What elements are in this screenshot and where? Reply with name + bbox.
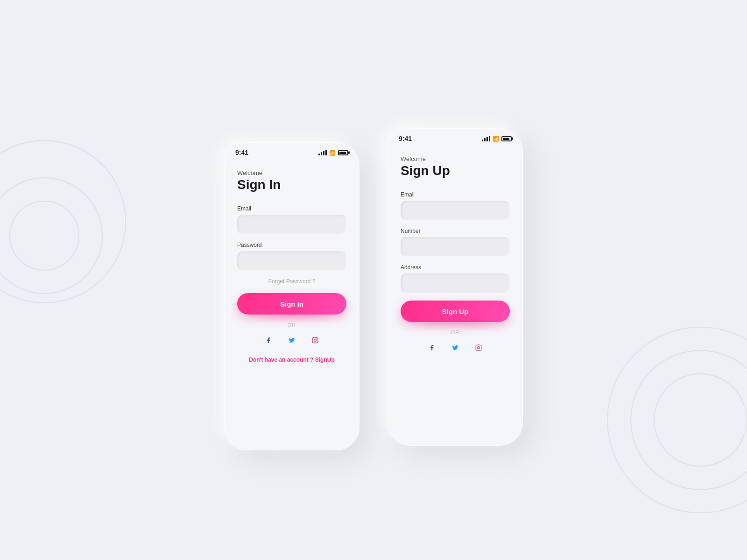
signin-twitter-icon[interactable] — [285, 333, 299, 347]
signup-social-icons — [401, 341, 510, 355]
signin-email-group: Email — [237, 205, 346, 234]
svg-point-5 — [480, 346, 480, 346]
signup-or: OR — [401, 329, 510, 335]
signup-number-input[interactable] — [401, 237, 510, 257]
signup-status-icons: 📶 — [482, 136, 512, 142]
svg-point-2 — [317, 338, 317, 339]
signup-email-input[interactable] — [401, 201, 510, 220]
signup-welcome: Welcome — [401, 155, 510, 162]
signup-title: Sign Up — [401, 163, 510, 178]
signin-battery-icon — [338, 150, 348, 155]
signup-phone: 9:41 📶 Welcome Sign Up Email — [388, 128, 523, 446]
signup-email-group: Email — [401, 191, 510, 220]
signin-phone: 9:41 📶 Welcome Sign In Email — [224, 142, 359, 450]
signin-button-glow — [254, 309, 330, 318]
signup-instagram-icon[interactable] — [472, 341, 486, 355]
signin-content: Welcome Sign In Email Password Forget Pa… — [224, 160, 359, 376]
signup-facebook-icon[interactable] — [425, 341, 439, 355]
signin-wifi-icon: 📶 — [329, 150, 336, 156]
signin-social-icons — [237, 333, 346, 347]
signin-or: OR — [237, 322, 346, 328]
signin-instagram-icon[interactable] — [308, 333, 322, 347]
signin-forget-password[interactable]: Forget Password ? — [237, 278, 346, 285]
svg-rect-3 — [476, 345, 481, 350]
signin-title: Sign In — [237, 177, 346, 192]
signup-twitter-icon[interactable] — [448, 341, 462, 355]
signup-wifi-icon: 📶 — [493, 136, 499, 142]
signin-status-icons: 📶 — [318, 150, 348, 156]
signin-password-input[interactable] — [237, 251, 346, 271]
signup-number-group: Number — [401, 228, 510, 257]
signin-time: 9:41 — [235, 149, 248, 156]
signin-signal-icon — [318, 150, 327, 155]
signin-welcome: Welcome — [237, 169, 346, 176]
signup-time: 9:41 — [399, 135, 412, 142]
signup-number-label: Number — [401, 228, 510, 234]
signin-facebook-icon[interactable] — [261, 333, 275, 347]
signup-address-input[interactable] — [401, 273, 510, 293]
signup-button-glow — [417, 316, 493, 326]
svg-point-1 — [314, 339, 317, 342]
signup-email-label: Email — [401, 191, 510, 198]
signup-signal-icon — [482, 136, 490, 141]
signin-signup-link[interactable]: SignUp — [315, 357, 335, 363]
signin-email-label: Email — [237, 205, 346, 212]
signin-password-label: Password — [237, 242, 346, 248]
signin-status-bar: 9:41 📶 — [224, 142, 359, 160]
svg-rect-0 — [312, 337, 318, 343]
phones-container: 9:41 📶 Welcome Sign In Email — [224, 110, 523, 450]
signup-address-group: Address — [401, 264, 510, 293]
signup-status-bar: 9:41 📶 — [388, 128, 523, 146]
signin-footer: Don't have an account ? SignUp — [237, 357, 346, 363]
signin-password-group: Password — [237, 242, 346, 271]
signup-content: Welcome Sign Up Email Number Address Sig… — [388, 146, 523, 377]
svg-point-4 — [478, 347, 480, 349]
signup-battery-icon — [501, 136, 512, 141]
signup-address-label: Address — [401, 264, 510, 271]
signin-email-input[interactable] — [237, 215, 346, 234]
signin-footer-text: Don't have an account ? — [249, 357, 313, 363]
